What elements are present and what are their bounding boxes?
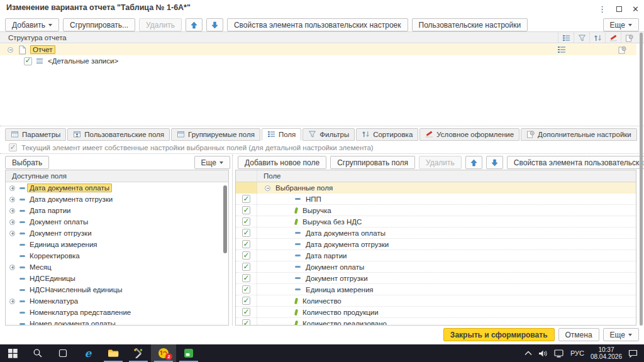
tab-2[interactable]: Группируемые поля: [171, 128, 260, 141]
expand-icon[interactable]: [9, 219, 15, 225]
task-view-button[interactable]: [50, 344, 75, 362]
close-and-generate-button[interactable]: Закрыть и сформировать: [443, 328, 555, 341]
selected-field-row[interactable]: Документ отгрузки: [236, 273, 636, 284]
available-field-label[interactable]: Единица измерения: [30, 241, 97, 248]
selected-field-row[interactable]: Количество реализовано: [236, 318, 636, 326]
field-checkbox[interactable]: [242, 308, 250, 316]
tab-6[interactable]: Условное оформление: [419, 128, 519, 141]
selected-field-row[interactable]: Выручка: [236, 205, 636, 216]
selected-field-label[interactable]: Единица измерения: [306, 286, 374, 293]
available-field-label[interactable]: Корректировка: [30, 252, 80, 260]
selected-field-label[interactable]: Количество продукции: [303, 309, 379, 316]
window-restore-icon[interactable]: [616, 5, 622, 13]
move-up-button[interactable]: [186, 18, 203, 31]
detail-records-checkbox[interactable]: [24, 57, 32, 65]
expand-icon[interactable]: [9, 208, 15, 214]
move-down-button[interactable]: [206, 18, 223, 31]
green-app-button[interactable]: [176, 344, 201, 362]
available-field-label[interactable]: Документ оплаты: [30, 218, 88, 226]
field-checkbox[interactable]: [242, 274, 250, 282]
available-field-label[interactable]: НДСНачисленный единицы: [30, 286, 123, 293]
available-field-row[interactable]: Единица измерения: [6, 239, 228, 250]
add-new-field-button[interactable]: Добавить новое поле: [238, 156, 326, 169]
selected-field-label[interactable]: Выручка без НДС: [303, 218, 362, 226]
expand-icon[interactable]: [9, 265, 15, 270]
available-field-label[interactable]: Номер документа оплаты: [30, 320, 116, 326]
file-explorer-button[interactable]: [101, 344, 126, 362]
field-checkbox[interactable]: [242, 251, 250, 260]
selected-field-label[interactable]: Документ отгрузки: [306, 275, 368, 282]
available-field-label[interactable]: Документ отгрузки: [30, 229, 92, 237]
more-button-available[interactable]: Еще: [194, 156, 230, 169]
available-field-row[interactable]: Дата партии: [6, 205, 228, 216]
field-checkbox[interactable]: [242, 240, 250, 248]
selected-field-row[interactable]: Количество продукции: [236, 307, 636, 318]
field-checkbox[interactable]: [242, 217, 250, 226]
collapse-icon[interactable]: [265, 185, 270, 191]
selected-field-row[interactable]: Дата документа оплаты: [236, 228, 636, 239]
show-hidden-icons-chevron[interactable]: [525, 351, 532, 356]
window-menu-icon[interactable]: ⋮: [598, 5, 606, 13]
tab-4[interactable]: Фильтры: [303, 128, 355, 141]
tab-1[interactable]: Пользовательские поля: [67, 128, 170, 141]
more-button-footer[interactable]: Еще: [603, 328, 639, 341]
available-field-row[interactable]: НДСНачисленный единицы: [6, 284, 228, 295]
fields-icon[interactable]: [558, 33, 574, 43]
selected-field-label[interactable]: Количество реализовано: [303, 320, 387, 326]
selected-field-label[interactable]: НПП: [306, 195, 321, 203]
group-fields-button[interactable]: Сгруппировать поля: [330, 156, 415, 169]
structure-row-detail-records[interactable]: <Детальные записи>: [0, 55, 636, 67]
selected-field-row[interactable]: Документ оплаты: [236, 261, 636, 273]
form-scrollbar[interactable]: [640, 33, 643, 326]
selected-fields-root-label[interactable]: Выбранные поля: [275, 184, 333, 192]
selected-field-label[interactable]: Документ оплаты: [306, 263, 364, 271]
selected-field-row[interactable]: Единица измерения: [236, 284, 636, 295]
internet-explorer-button[interactable]: e: [75, 344, 101, 362]
field-checkbox[interactable]: [242, 297, 250, 305]
selected-field-row[interactable]: Дата партии: [236, 250, 636, 261]
available-field-label[interactable]: Дата документа оплаты: [27, 184, 112, 192]
selected-field-row[interactable]: Выручка без НДС: [236, 216, 636, 228]
available-field-label[interactable]: Номенклатура представление: [30, 309, 131, 316]
available-field-label[interactable]: Дата партии: [30, 207, 71, 214]
field-checkbox[interactable]: [242, 285, 250, 293]
available-field-row[interactable]: Дата документа оплаты: [6, 182, 228, 194]
expand-icon[interactable]: [9, 197, 15, 202]
tab-0[interactable]: Параметры: [5, 128, 66, 141]
field-checkbox[interactable]: [242, 263, 250, 271]
onec-app-button[interactable]: 2: [151, 344, 176, 362]
field-checkbox[interactable]: [242, 229, 250, 237]
structure-root-label[interactable]: Отчет: [30, 45, 55, 54]
available-field-row[interactable]: Номенклатура: [6, 295, 228, 307]
select-button[interactable]: Выбрать: [5, 156, 49, 169]
conditional-appearance-icon[interactable]: [605, 33, 621, 43]
tab-3[interactable]: Поля: [262, 128, 301, 141]
field-checkbox[interactable]: [242, 206, 250, 214]
field-move-down-button[interactable]: [486, 156, 503, 169]
available-field-row[interactable]: Документ отгрузки: [6, 228, 228, 239]
available-field-row[interactable]: НДСЕдиницы: [6, 273, 228, 284]
selected-field-label[interactable]: Выручка: [303, 207, 331, 214]
field-properties-button[interactable]: Свойства элемента пользовательских настр…: [507, 156, 644, 169]
splitter-vertical[interactable]: [232, 155, 233, 326]
available-field-row[interactable]: Дата документа отгрузки: [6, 194, 228, 205]
search-button[interactable]: [25, 344, 50, 362]
available-fields-scrollbar[interactable]: [223, 185, 227, 253]
field-checkbox[interactable]: [242, 319, 250, 326]
available-field-row[interactable]: Месяц: [6, 261, 228, 273]
network-icon[interactable]: [554, 349, 564, 358]
group-button[interactable]: Сгруппировать...: [63, 18, 135, 31]
available-field-row[interactable]: Корректировка: [6, 250, 228, 261]
admin-tools-button[interactable]: [126, 344, 151, 362]
start-button[interactable]: [0, 344, 25, 362]
sort-icon[interactable]: [589, 33, 605, 43]
collapse-icon[interactable]: [8, 47, 13, 53]
selected-fields-root-row[interactable]: Выбранные поля: [236, 182, 636, 194]
splitter-horizontal[interactable]: [0, 126, 644, 126]
available-field-label[interactable]: Дата документа отгрузки: [30, 195, 113, 203]
delete-button[interactable]: Удалить: [139, 18, 182, 31]
user-settings-button[interactable]: Пользовательские настройки: [412, 18, 528, 31]
selected-field-row[interactable]: Дата документа отгрузки: [236, 239, 636, 250]
available-field-label[interactable]: Номенклатура: [30, 297, 78, 305]
more-button-top[interactable]: Еще: [603, 18, 639, 31]
